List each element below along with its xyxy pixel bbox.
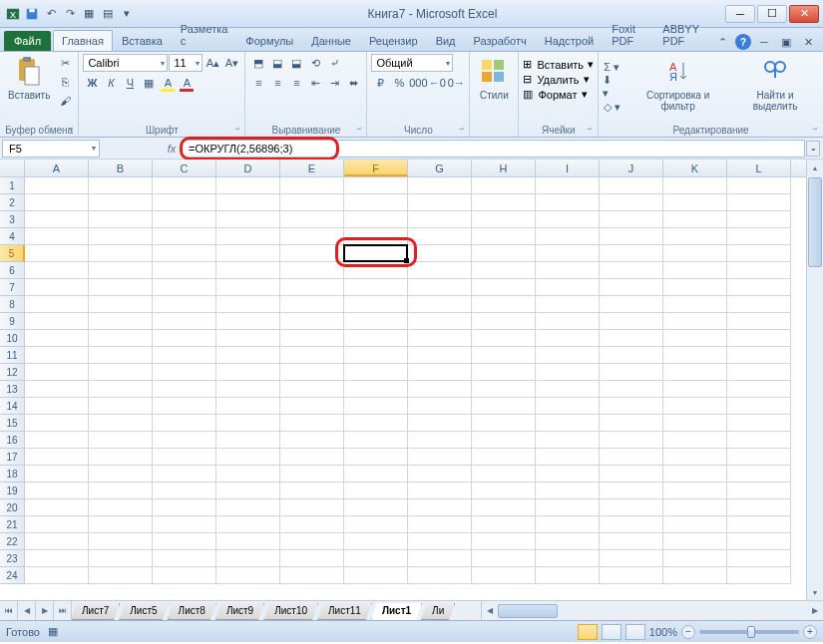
row-header[interactable]: 7 (0, 279, 25, 296)
format-painter-icon[interactable]: 🖌 (56, 92, 74, 110)
cell[interactable] (89, 330, 153, 347)
cell[interactable] (216, 228, 280, 245)
cell[interactable] (663, 262, 727, 279)
maximize-button[interactable]: ☐ (757, 5, 787, 23)
cell[interactable] (89, 313, 153, 330)
cell[interactable] (25, 516, 89, 533)
cell[interactable] (727, 415, 791, 432)
cell[interactable] (25, 245, 89, 262)
cell[interactable] (727, 449, 791, 466)
cell[interactable] (472, 245, 536, 262)
shrink-font-icon[interactable]: A▾ (222, 54, 240, 72)
cell[interactable] (408, 177, 472, 194)
column-header[interactable]: G (408, 160, 472, 176)
cell[interactable] (727, 279, 791, 296)
sort-filter-button[interactable]: АЯ Сортировка и фильтр (626, 54, 729, 114)
cell[interactable] (727, 432, 791, 449)
expand-formula-icon[interactable]: ⌄ (806, 141, 820, 157)
cell[interactable] (472, 296, 536, 313)
cell[interactable] (472, 228, 536, 245)
cell[interactable] (25, 567, 89, 584)
cell[interactable] (472, 533, 536, 550)
cell[interactable] (600, 449, 663, 466)
cell[interactable] (600, 330, 663, 347)
cell[interactable] (153, 330, 216, 347)
cell[interactable] (536, 449, 600, 466)
cell[interactable] (536, 533, 600, 550)
cell[interactable] (663, 245, 727, 262)
cell[interactable] (153, 483, 216, 499)
cell[interactable] (472, 567, 536, 584)
qa-btn[interactable]: ▦ (80, 5, 98, 23)
delete-cells-button[interactable]: ⊟ Удалить ▾ (523, 73, 589, 86)
column-header[interactable]: D (216, 160, 280, 176)
column-header[interactable]: E (280, 160, 344, 176)
cell[interactable] (663, 381, 727, 398)
sheet-tab[interactable]: Ли (421, 603, 455, 620)
cell[interactable] (89, 194, 153, 211)
cell[interactable] (727, 499, 791, 516)
cell[interactable] (344, 466, 408, 483)
indent-dec-icon[interactable]: ⇤ (306, 74, 324, 92)
scroll-up-icon[interactable]: ▴ (807, 160, 823, 175)
cell[interactable] (408, 398, 472, 415)
cell[interactable] (472, 313, 536, 330)
cell[interactable] (89, 466, 153, 483)
cell[interactable] (280, 381, 344, 398)
cell[interactable] (663, 364, 727, 381)
cell[interactable] (600, 381, 663, 398)
row-header[interactable]: 20 (0, 499, 25, 516)
row-header[interactable]: 6 (0, 262, 25, 279)
cell[interactable] (600, 533, 663, 550)
column-header[interactable]: B (89, 160, 153, 176)
sheet-prev-icon[interactable]: ◀ (18, 601, 36, 620)
row-header[interactable]: 18 (0, 466, 25, 483)
cell[interactable] (600, 228, 663, 245)
border-icon[interactable]: ▦ (140, 74, 158, 92)
cell[interactable] (280, 466, 344, 483)
doc-minimize-icon[interactable]: ─ (755, 33, 773, 51)
cell[interactable] (25, 550, 89, 567)
cell[interactable] (408, 415, 472, 432)
column-header[interactable]: C (153, 160, 216, 176)
cell[interactable] (25, 398, 89, 415)
cell[interactable] (216, 449, 280, 466)
cell[interactable] (216, 516, 280, 533)
row-header[interactable]: 17 (0, 449, 25, 466)
cell[interactable] (25, 313, 89, 330)
cell[interactable] (600, 347, 663, 364)
cell[interactable] (727, 364, 791, 381)
cell[interactable] (89, 449, 153, 466)
cell[interactable] (536, 313, 600, 330)
row-header[interactable]: 8 (0, 296, 25, 313)
cell[interactable] (216, 432, 280, 449)
sheet-next-icon[interactable]: ▶ (36, 601, 54, 620)
row-header[interactable]: 23 (0, 550, 25, 567)
percent-icon[interactable]: % (390, 74, 408, 92)
cell[interactable] (280, 533, 344, 550)
minimize-ribbon-icon[interactable]: ⌃ (713, 33, 731, 51)
macro-record-icon[interactable]: ▦ (48, 625, 58, 638)
cell[interactable] (216, 364, 280, 381)
cell[interactable] (216, 279, 280, 296)
cell[interactable] (408, 211, 472, 228)
close-button[interactable]: ✕ (789, 5, 819, 23)
cell[interactable] (408, 550, 472, 567)
cell[interactable] (280, 483, 344, 499)
cell[interactable] (472, 211, 536, 228)
cell[interactable] (280, 262, 344, 279)
sheet-tab[interactable]: Лист8 (168, 603, 216, 620)
currency-icon[interactable]: ₽ (371, 74, 389, 92)
help-icon[interactable]: ? (735, 34, 751, 50)
qa-btn[interactable]: ▤ (99, 5, 117, 23)
clear-icon[interactable]: ◇ ▾ (603, 98, 620, 116)
cell[interactable] (344, 211, 408, 228)
cell[interactable] (408, 381, 472, 398)
cell[interactable] (25, 330, 89, 347)
view-normal-button[interactable] (578, 624, 598, 640)
scroll-right-icon[interactable]: ▶ (807, 601, 823, 620)
cell[interactable] (536, 228, 600, 245)
cell[interactable] (216, 347, 280, 364)
cell[interactable] (408, 364, 472, 381)
cell[interactable] (153, 449, 216, 466)
